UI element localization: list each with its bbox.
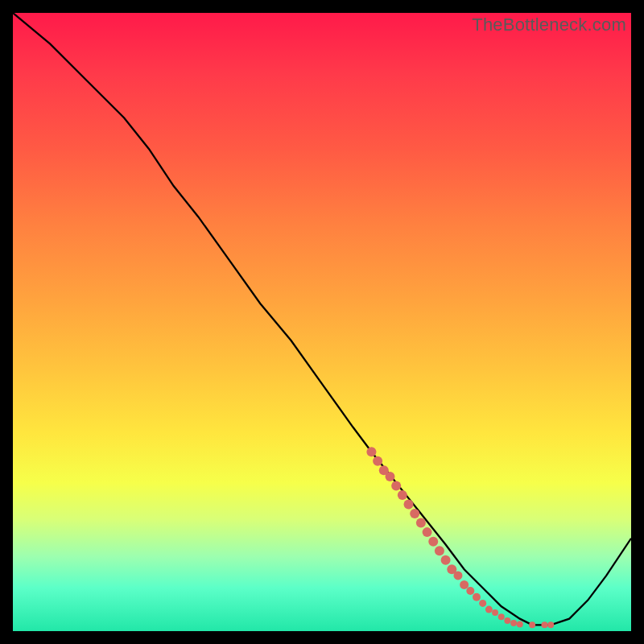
marker-dot xyxy=(498,613,505,620)
marker-dot xyxy=(492,609,498,616)
marker-dot xyxy=(435,546,444,555)
marker-dot xyxy=(398,490,407,500)
marker-dot xyxy=(423,527,432,537)
marker-dot xyxy=(473,593,481,601)
marker-dot xyxy=(541,621,547,628)
chart-frame: TheBottleneck.com xyxy=(13,13,631,631)
marker-dot xyxy=(441,555,451,565)
main-curve xyxy=(13,13,631,625)
marker-dot xyxy=(373,456,382,466)
marker-dot xyxy=(460,580,469,589)
markers-group xyxy=(366,447,554,628)
marker-dot xyxy=(510,620,517,626)
marker-dot xyxy=(529,621,535,628)
marker-dot xyxy=(416,518,426,528)
marker-dot xyxy=(485,606,493,613)
marker-dot xyxy=(428,537,438,547)
marker-dot xyxy=(453,571,462,580)
curve-group xyxy=(13,13,631,625)
marker-dot xyxy=(385,472,394,481)
marker-dot xyxy=(410,509,419,518)
marker-dot xyxy=(547,621,554,628)
plot-svg xyxy=(13,13,631,631)
marker-dot xyxy=(479,600,486,607)
marker-dot xyxy=(366,447,376,456)
marker-dot xyxy=(391,481,401,491)
marker-dot xyxy=(404,500,414,510)
marker-dot xyxy=(466,587,474,595)
marker-dot xyxy=(517,621,523,628)
marker-dot xyxy=(504,617,510,624)
